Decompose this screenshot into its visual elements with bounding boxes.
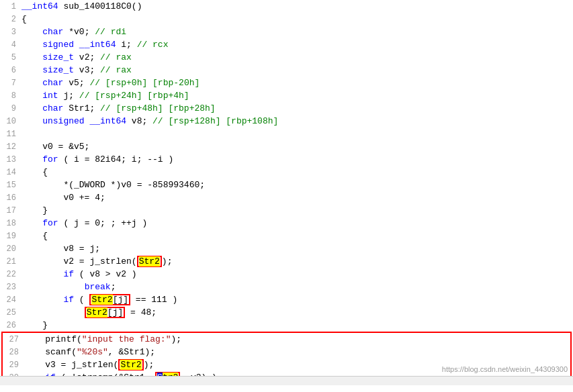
code-line-18: 18 for ( j = 0; ; ++j ) bbox=[0, 217, 573, 230]
code-line-12: 12 v0 = &v5; bbox=[0, 140, 573, 153]
code-line-15: 15 *(_DWORD *)v0 = -858993460; bbox=[0, 179, 573, 191]
watermark: https://blog.csdn.net/weixin_44309300 bbox=[442, 365, 568, 373]
code-line-5: 5 size_t v2; // rax bbox=[0, 51, 573, 64]
code-line-3: 3 char *v0; // rdi bbox=[0, 26, 573, 38]
code-line-2: 2 { bbox=[0, 13, 573, 26]
scrollbar[interactable] bbox=[0, 376, 573, 385]
code-line-20: 20 v8 = j; bbox=[0, 242, 573, 255]
code-line-10: 10 unsigned __int64 v8; // [rsp+128h] [r… bbox=[0, 115, 573, 128]
code-line-11: 11 bbox=[0, 128, 573, 140]
code-line-28: 28 scanf("%20s", &Str1); bbox=[3, 346, 570, 358]
code-line-8: 8 int j; // [rsp+24h] [rbp+4h] bbox=[0, 89, 573, 102]
code-line-13: 13 for ( i = 82i64; i; --i ) bbox=[0, 153, 573, 166]
code-line-19: 19 { bbox=[0, 230, 573, 242]
code-line-23: 23 break; bbox=[0, 281, 573, 293]
code-line-27: 27 printf("input the flag:"); bbox=[3, 333, 570, 346]
code-line-26: 26 } bbox=[0, 319, 573, 332]
code-line-4: 4 signed __int64 i; // rcx bbox=[0, 38, 573, 51]
code-line-6: 6 size_t v3; // rax bbox=[0, 64, 573, 77]
code-line-25: 25 Str2[j] = 48; bbox=[0, 306, 573, 319]
code-view: 1 __int64 sub_1400118C0() 2 { 3 char *v0… bbox=[0, 0, 573, 376]
code-line-16: 16 v0 += 4; bbox=[0, 191, 573, 204]
code-line-24: 24 if ( Str2[j] == 111 ) bbox=[0, 293, 573, 306]
code-line-17: 17 } bbox=[0, 204, 573, 217]
code-line-7: 7 char v5; // [rsp+0h] [rbp-20h] bbox=[0, 77, 573, 89]
code-line-1: 1 __int64 sub_1400118C0() bbox=[0, 0, 573, 13]
code-line-22: 22 if ( v8 > v2 ) bbox=[0, 268, 573, 281]
code-line-21: 21 v2 = j_strlen(Str2); bbox=[0, 255, 573, 268]
code-line-9: 9 char Str1; // [rsp+48h] [rbp+28h] bbox=[0, 102, 573, 115]
code-line-14: 14 { bbox=[0, 166, 573, 179]
